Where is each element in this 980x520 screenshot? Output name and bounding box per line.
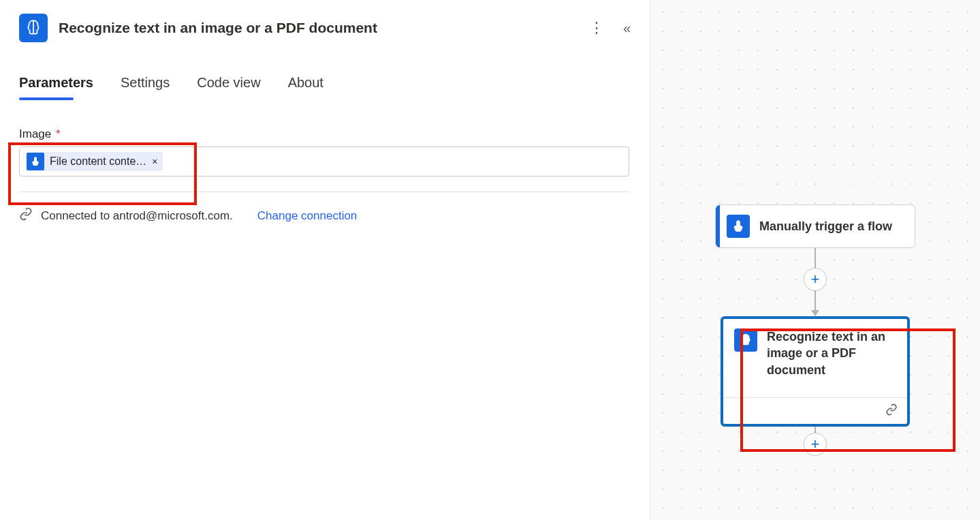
trigger-node[interactable]: Manually trigger a flow [715,204,915,248]
tab-code-view[interactable]: Code view [197,75,260,99]
more-menu-icon[interactable]: ⋮ [589,20,604,35]
trigger-label: Manually trigger a flow [759,218,892,234]
token-text: File content conte… [50,155,146,168]
action-label: Recognize text in an image or a PDF docu… [767,328,896,378]
collapse-panel-icon[interactable]: « [623,20,631,36]
connection-text: Connected to antrod@microsoft.com. [41,209,233,223]
required-mark: * [56,127,61,140]
node-accent [716,205,720,247]
touch-icon [727,215,750,238]
change-connection-link[interactable]: Change connection [257,209,358,223]
node-footer [723,397,907,424]
tab-bar: Parameters Settings Code view About [19,75,631,99]
action-node-selected[interactable]: Recognize text in an image or a PDF docu… [721,316,910,427]
token-remove-icon[interactable]: × [152,156,157,167]
panel-header: Recognize text in an image or a PDF docu… [19,14,631,42]
panel-title: Recognize text in an image or a PDF docu… [59,20,578,36]
touch-icon [27,153,44,170]
edge [815,248,816,269]
action-config-panel: Recognize text in an image or a PDF docu… [0,0,650,520]
tab-settings[interactable]: Settings [121,75,170,99]
flow-column: Manually trigger a flow + Recognize text… [715,204,915,455]
image-field-label: Image * [19,127,631,141]
ai-builder-icon [19,14,48,42]
image-field: Image * File content conte… × [19,127,631,177]
divider [19,192,629,192]
tab-parameters[interactable]: Parameters [19,75,93,99]
tab-about[interactable]: About [288,75,323,99]
edge [815,290,816,311]
label-text: Image [19,127,51,140]
ai-builder-icon [734,328,757,352]
connection-icon [885,403,898,418]
dynamic-content-token[interactable]: File content conte… × [27,152,163,171]
connection-icon [19,207,33,224]
arrow-down-icon [811,310,819,316]
add-step-button[interactable]: + [804,433,827,456]
add-step-button[interactable]: + [804,268,827,291]
image-input[interactable]: File content conte… × [19,147,629,177]
connection-row: Connected to antrod@microsoft.com. Chang… [19,207,631,224]
flow-canvas[interactable]: Manually trigger a flow + Recognize text… [650,0,980,520]
